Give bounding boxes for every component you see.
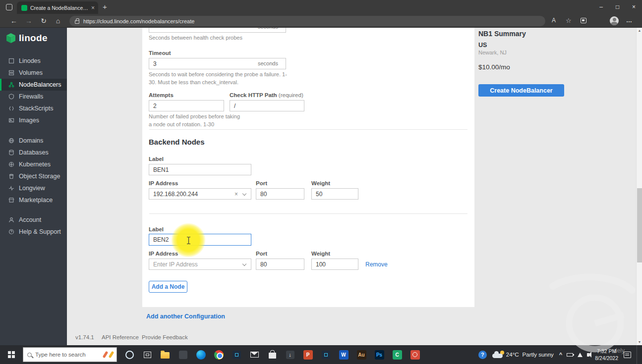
create-nodebalancer-button[interactable]: Create NodeBalancer (478, 84, 564, 97)
weather-condition: Partly sunny (523, 352, 554, 358)
browser-tab[interactable]: Create a NodeBalancer | Linode × (17, 1, 98, 14)
weather-widget[interactable]: 24°C Partly sunny (492, 352, 554, 358)
clear-icon[interactable]: × (234, 191, 238, 198)
back-icon[interactable]: ← (9, 16, 19, 25)
camtasia-icon[interactable]: C (391, 348, 404, 361)
battery-icon[interactable] (567, 353, 573, 357)
new-tab-button[interactable]: + (103, 2, 107, 11)
action-center-icon[interactable] (624, 352, 631, 358)
attempts-input[interactable] (149, 100, 224, 111)
node2-ip-select[interactable]: Enter IP Address (149, 259, 251, 270)
favorites-icon[interactable]: ☆ (566, 17, 572, 24)
app-icon-dark[interactable] (176, 348, 189, 361)
powerpoint-icon[interactable]: P (301, 348, 314, 361)
sidebar-item-label: Longview (19, 185, 45, 192)
linode-logo[interactable]: linode (6, 33, 48, 44)
forward-icon[interactable]: → (24, 16, 34, 25)
maximize-button[interactable]: □ (609, 0, 626, 14)
sidebar-item-stackscripts[interactable]: StackScripts (0, 103, 67, 114)
chrome-icon[interactable] (212, 348, 225, 361)
taskbar-clock[interactable]: 7:32 PM 8/24/2022 (595, 348, 618, 362)
more-menu-icon[interactable]: … (626, 17, 632, 24)
account-icon (8, 217, 14, 223)
edge-icon[interactable] (194, 348, 207, 361)
chevron-down-icon[interactable] (242, 262, 246, 266)
scrollbar-thumb[interactable] (637, 188, 642, 262)
get-help-icon[interactable]: ? (478, 351, 487, 359)
app-icon-navy[interactable] (230, 348, 243, 361)
node2-label-input[interactable] (149, 234, 251, 246)
tab-close-icon[interactable]: × (91, 5, 95, 11)
add-configuration-link[interactable]: Add another Configuration (146, 313, 225, 320)
home-icon[interactable]: ⌂ (53, 16, 63, 25)
audition-icon[interactable]: Au (355, 348, 368, 361)
refresh-icon[interactable]: ↻ (39, 16, 49, 25)
photoshop-icon[interactable]: Ps (373, 348, 386, 361)
sidebar-item-object-storage[interactable]: Object Storage (0, 170, 67, 182)
sidebar-item-longview[interactable]: Longview (0, 182, 67, 194)
task-view-icon[interactable] (141, 348, 154, 361)
volume-icon[interactable] (587, 353, 589, 357)
remove-node-link[interactable]: Remove (365, 261, 388, 268)
timeout-help: Seconds to wait before considering the p… (149, 71, 293, 87)
sidebar-item-nodebalancers[interactable]: NodeBalancers (0, 79, 67, 91)
word-icon[interactable]: W (337, 348, 350, 361)
tray-expand-icon[interactable]: ^ (559, 352, 562, 358)
show-desktop-button[interactable] (637, 345, 639, 364)
downloads-icon[interactable]: ↓ (284, 348, 296, 361)
sidebar-item-marketplace[interactable]: Marketplace (0, 194, 67, 206)
node1-weight-input[interactable] (311, 188, 358, 200)
close-button[interactable]: × (626, 0, 642, 14)
sidebar-item-help-support[interactable]: Help & Support (0, 226, 67, 238)
app-icon-navy-2[interactable] (319, 348, 332, 361)
sidebar-item-firewalls[interactable]: Firewalls (0, 91, 67, 103)
page-content: seconds Seconds between health check pro… (67, 28, 636, 345)
node2-port-input[interactable] (256, 259, 304, 270)
sidebar-item-kubernetes[interactable]: Kubernetes (0, 158, 67, 170)
summary-city: Newark, NJ (478, 50, 507, 55)
scroll-up-icon[interactable]: ▲ (637, 28, 642, 34)
start-button[interactable] (0, 345, 23, 364)
node1-ip-select[interactable]: 192.168.200.244 × (149, 188, 251, 200)
api-reference-link[interactable]: API Reference (102, 334, 139, 340)
windows-taskbar: Type here to search ↓ P W Au Ps C ? 24°C… (0, 345, 642, 364)
taskbar-search[interactable]: Type here to search (23, 347, 117, 362)
sidebar-item-label: Firewalls (19, 93, 43, 100)
add-node-button[interactable]: Add a Node (149, 281, 187, 293)
recorder-icon[interactable] (409, 348, 421, 361)
scroll-down-icon[interactable]: ▼ (637, 339, 642, 345)
interval-suffix: seconds (258, 28, 278, 30)
sidebar-item-linodes[interactable]: Linodes (0, 55, 67, 67)
tab-actions-icon[interactable] (6, 4, 12, 10)
sidebar-item-label: Account (19, 216, 41, 223)
provide-feedback-link[interactable]: Provide Feedback (142, 334, 188, 340)
url-bar[interactable]: https://cloud.linode.com/nodebalancers/c… (69, 16, 545, 26)
images-icon (8, 117, 14, 123)
sidebar-item-databases[interactable]: Databases (0, 147, 67, 158)
mail-icon[interactable] (248, 348, 261, 361)
node2-weight-input[interactable] (311, 259, 358, 270)
search-placeholder: Type here to search (35, 352, 101, 358)
store-icon[interactable] (266, 348, 279, 361)
http-path-input[interactable] (230, 100, 304, 111)
minimize-button[interactable]: – (593, 0, 609, 14)
cortana-icon[interactable] (123, 348, 136, 361)
chevron-down-icon[interactable] (242, 192, 246, 196)
collections-icon[interactable] (581, 18, 586, 23)
node1-port-input[interactable] (256, 188, 304, 200)
read-aloud-icon[interactable]: A (552, 17, 556, 24)
databases-icon (8, 150, 14, 156)
network-icon[interactable] (578, 353, 583, 357)
sidebar-item-images[interactable]: Images (0, 114, 67, 126)
node1-label-input[interactable] (149, 164, 251, 175)
page-scrollbar[interactable]: ▲ ▼ (636, 28, 642, 345)
sidebar-item-domains[interactable]: Domains (0, 135, 67, 147)
sidebar-item-account[interactable]: Account (0, 214, 67, 226)
sidebar-item-volumes[interactable]: Volumes (0, 67, 67, 79)
file-explorer-icon[interactable] (159, 348, 172, 361)
node2-label-caption: Label (149, 226, 164, 232)
profile-avatar[interactable] (610, 16, 619, 25)
attempts-label: Attempts (149, 92, 174, 98)
marketplace-icon (8, 197, 14, 203)
clock-date: 8/24/2022 (595, 355, 618, 362)
